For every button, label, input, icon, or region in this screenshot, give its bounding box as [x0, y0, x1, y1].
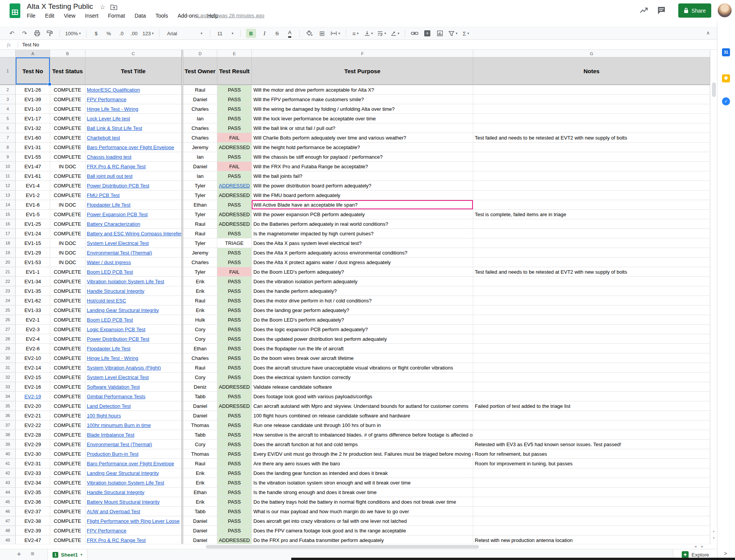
cell-test-title-link[interactable]: System Level Electrical Test: [85, 238, 182, 248]
cell-test-result[interactable]: PASS: [217, 344, 252, 353]
cell-test-title-link[interactable]: AUW and Overload Test: [85, 507, 182, 516]
header-test-status[interactable]: Test Status: [50, 57, 85, 85]
cell-test-title-link[interactable]: Battery Mount Structural Integrity: [85, 497, 182, 507]
cell-test-purpose[interactable]: Do the boom wires break over aircraft li…: [252, 353, 473, 363]
more-formats-button[interactable]: 123▾: [143, 29, 154, 38]
cell-test-title-link[interactable]: FRX Pro & RC Range Test: [85, 162, 182, 171]
header-test-no[interactable]: Test No: [16, 57, 50, 85]
cell-test-title-link[interactable]: Handle Structural Integrity: [85, 286, 182, 296]
cell-test-purpose[interactable]: Validate release candidate software: [252, 382, 473, 392]
cell-test-title-link[interactable]: Power Distribution PCB Test: [85, 181, 182, 190]
cell-test-owner[interactable]: Raul: [183, 219, 217, 229]
cell-test-owner[interactable]: Raul: [183, 85, 217, 95]
row-number[interactable]: 36: [0, 411, 16, 420]
cell-test-status[interactable]: COMPLETE: [50, 305, 85, 315]
cell-test-result[interactable]: PASS: [217, 353, 252, 363]
cell-test-result[interactable]: PASS: [217, 363, 252, 373]
row-number[interactable]: 20: [0, 258, 16, 267]
cell-test-no[interactable]: EV2-4: [16, 334, 50, 344]
cell-test-owner[interactable]: Ian: [183, 171, 217, 181]
menu-data[interactable]: Data: [135, 13, 146, 19]
cell-test-result[interactable]: PASS: [217, 286, 252, 296]
column-header-a[interactable]: A: [16, 50, 50, 57]
cell-test-no[interactable]: EV2-20: [16, 401, 50, 411]
cell-notes[interactable]: [473, 344, 710, 353]
row-number[interactable]: 14: [0, 200, 16, 210]
cell-test-status[interactable]: COMPLETE: [50, 296, 85, 305]
insights-icon[interactable]: [639, 6, 648, 15]
cell-test-no[interactable]: EV1-55: [16, 152, 50, 162]
cell-notes[interactable]: [473, 468, 710, 478]
cell-test-no[interactable]: EV1-1: [16, 267, 50, 277]
cell-test-purpose[interactable]: Does the landing gear function as intend…: [252, 468, 473, 478]
row-number[interactable]: 24: [0, 296, 16, 305]
cell-notes[interactable]: Retest with new production antenna locat…: [473, 535, 710, 544]
cell-test-no[interactable]: EV2-31: [16, 459, 50, 468]
cell-test-purpose[interactable]: Will the power expansion PCB perform ade…: [252, 210, 473, 219]
cell-notes[interactable]: Failed portion of test added to the tria…: [473, 401, 710, 411]
row-number[interactable]: 37: [0, 420, 16, 430]
document-title[interactable]: Alta X Testing Public: [27, 2, 93, 11]
cell-test-title-link[interactable]: FMU PCB Test: [85, 190, 182, 200]
cell-test-purpose[interactable]: Will the lock lever performance be accep…: [252, 114, 473, 123]
cell-test-title-link[interactable]: Ball Link & Strut Life Test: [85, 123, 182, 133]
cell-test-no[interactable]: EV1-39: [16, 95, 50, 104]
redo-button[interactable]: ↷: [20, 29, 29, 38]
cell-test-purpose[interactable]: Will the ball joints fail?: [252, 171, 473, 181]
cell-test-purpose[interactable]: Will the motor and drive perform accepta…: [252, 85, 473, 95]
cell-test-owner[interactable]: Jeremy: [183, 248, 217, 258]
cell-notes[interactable]: [473, 373, 710, 382]
row-number[interactable]: 5: [0, 114, 16, 123]
cell-test-result[interactable]: FAIL: [217, 162, 252, 171]
decrease-decimal-button[interactable]: .0: [117, 29, 126, 38]
cell-notes[interactable]: Room for refinement, but passes: [473, 449, 710, 459]
cell-test-status[interactable]: IN DOC: [50, 258, 85, 267]
cell-test-status[interactable]: COMPLETE: [50, 535, 85, 544]
cell-test-title-link[interactable]: Hinge Life Test - Wiring: [85, 353, 182, 363]
row-number[interactable]: 43: [0, 478, 16, 488]
cell-test-result[interactable]: PASS: [217, 248, 252, 258]
menu-addons[interactable]: Add-ons: [177, 13, 197, 19]
cell-test-status[interactable]: COMPLETE: [50, 123, 85, 133]
comment-icon[interactable]: [657, 6, 666, 15]
menu-view[interactable]: View: [64, 13, 75, 19]
cell-test-purpose[interactable]: Do the battery trays hold the battery in…: [252, 497, 473, 507]
cell-test-purpose[interactable]: Will the chassis be stiff enough for pay…: [252, 152, 473, 162]
header-notes[interactable]: Notes: [473, 57, 710, 85]
scroll-up-icon[interactable]: ▲: [712, 530, 715, 532]
scroll-left-icon[interactable]: ◀: [694, 545, 696, 548]
format-currency-button[interactable]: $: [92, 29, 100, 38]
cell-test-owner[interactable]: Tyler: [183, 238, 217, 248]
cell-test-owner[interactable]: Tabb: [183, 392, 217, 401]
scroll-right-icon[interactable]: ▶: [701, 545, 703, 548]
print-button[interactable]: [33, 29, 41, 38]
cell-test-owner[interactable]: Erik: [183, 497, 217, 507]
cell-test-no[interactable]: EV1-26: [16, 85, 50, 95]
cell-notes[interactable]: [473, 219, 710, 229]
cell-test-purpose[interactable]: Does the motor drive perform in hot / co…: [252, 296, 473, 305]
cell-test-result[interactable]: PASS: [217, 200, 252, 210]
row-number[interactable]: 47: [0, 516, 16, 526]
cell-test-result[interactable]: ADDRESSED: [217, 143, 252, 152]
cell-test-status[interactable]: COMPLETE: [50, 171, 85, 181]
bold-button[interactable]: B: [246, 29, 256, 38]
merge-cells-button[interactable]: ▾: [330, 29, 340, 38]
cell-notes[interactable]: [473, 305, 710, 315]
cell-test-status[interactable]: COMPLETE: [50, 449, 85, 459]
cell-test-title-link[interactable]: Logic Expansion PCB Test: [85, 325, 182, 334]
cell-test-title-link[interactable]: Hinge Life Test - Wiring: [85, 104, 182, 114]
row-number[interactable]: 32: [0, 373, 16, 382]
row-number[interactable]: 6: [0, 123, 16, 133]
cell-test-status[interactable]: COMPLETE: [50, 468, 85, 478]
cell-test-result[interactable]: PASS: [217, 334, 252, 344]
cell-test-purpose[interactable]: What is our max payload and how much mar…: [252, 507, 473, 516]
cell-test-result[interactable]: PASS: [217, 315, 252, 325]
cell-notes[interactable]: [473, 152, 710, 162]
cell-test-owner[interactable]: Ian: [183, 114, 217, 123]
cell-test-purpose[interactable]: Will the power distribution board perfor…: [252, 181, 473, 190]
cell-notes[interactable]: [473, 507, 710, 516]
fill-handle[interactable]: [48, 82, 51, 86]
cell-test-owner[interactable]: Raul: [183, 229, 217, 238]
cell-test-title-link[interactable]: Vibration Isolation System Life Test: [85, 478, 182, 488]
cell-notes[interactable]: Room for improvement in tuning, but pass…: [473, 459, 710, 468]
